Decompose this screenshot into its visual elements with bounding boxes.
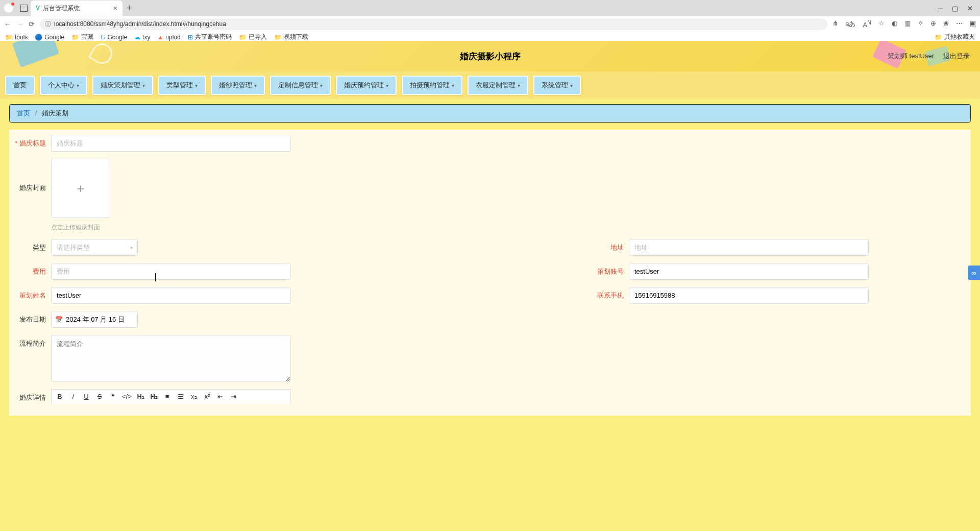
title-label: 婚庆标题 — [9, 135, 51, 148]
content: 首页 / 婚庆策划 婚庆标题 婚庆封面 + — [0, 99, 980, 421]
nav-photo[interactable]: 婚纱照管理▾ — [211, 76, 265, 95]
favorite-icon[interactable]: ☆ — [878, 19, 885, 29]
side-widget-icon[interactable]: ∞ — [968, 266, 980, 280]
editor-italic-button[interactable]: I — [69, 393, 77, 400]
nav-shoot-booking[interactable]: 拍摄预约管理▾ — [402, 76, 462, 95]
header-decoration — [12, 41, 59, 67]
fee-label: 费用 — [9, 263, 51, 276]
editor-sub-button[interactable]: x₂ — [190, 393, 198, 400]
nav-type[interactable]: 类型管理▾ — [158, 76, 206, 95]
flow-textarea[interactable] — [51, 335, 291, 382]
editor-sup-button[interactable]: x² — [203, 393, 211, 400]
editor-ol-button[interactable]: ≡ — [163, 393, 172, 400]
editor-bold-button[interactable]: B — [56, 393, 64, 400]
bookmark-google2[interactable]: GGoogle — [101, 34, 127, 41]
text-cursor — [155, 273, 156, 281]
plan-name-input[interactable] — [51, 287, 291, 304]
editor-code-button[interactable]: </> — [122, 393, 132, 400]
more-icon[interactable]: ⋯ — [956, 19, 963, 29]
breadcrumb-home[interactable]: 首页 — [17, 109, 30, 117]
sync-icon[interactable]: ❀ — [943, 19, 949, 29]
new-tab-button[interactable]: + — [122, 3, 136, 14]
tab-title: 后台管理系统 — [43, 4, 80, 13]
nav-wedding-booking[interactable]: 婚庆预约管理▾ — [336, 76, 397, 95]
editor-h2-button[interactable]: H₂ — [150, 393, 158, 400]
nav-personal[interactable]: 个人中心▾ — [40, 76, 87, 95]
upload-tip: 点击上传婚庆封面 — [51, 223, 110, 232]
plan-account-input[interactable] — [629, 263, 869, 280]
browser-chrome: V 后台管理系统 × + ─ ▢ ✕ ← → ⟳ ⓘ localhost:808… — [0, 0, 980, 41]
plan-account-label: 策划账号 — [587, 263, 629, 276]
bookmark-uplod[interactable]: ▲uplod — [157, 34, 180, 41]
bookmark-google[interactable]: 🔵Google — [35, 34, 64, 41]
browser-tab[interactable]: V 后台管理系统 × — [31, 1, 122, 16]
bookmark-imported[interactable]: 📁已导入 — [239, 33, 267, 41]
bookmark-video[interactable]: 📁视频下载 — [274, 33, 308, 41]
type-label: 类型 — [9, 239, 51, 252]
back-button[interactable]: ← — [4, 20, 11, 28]
chevron-down-icon: ▾ — [320, 83, 323, 88]
workspace-icon[interactable] — [20, 5, 28, 12]
logout-link[interactable]: 退出登录 — [943, 52, 970, 61]
editor-ul-button[interactable]: ☰ — [177, 393, 185, 400]
profile-icon[interactable] — [4, 4, 13, 13]
window-controls: ─ ▢ ✕ — [938, 5, 980, 12]
read-aloud-icon[interactable]: ⋔ — [832, 19, 838, 29]
editor-toolbar: B I U S ❝ </> H₁ H₂ ≡ ☰ x₂ x² ⇤ — [51, 389, 291, 403]
phone-input[interactable] — [629, 287, 869, 304]
publish-date-input[interactable] — [51, 311, 138, 328]
close-window-icon[interactable]: ✕ — [967, 5, 973, 12]
editor-h1-button[interactable]: H₁ — [137, 393, 145, 400]
user-label[interactable]: 策划师 testUser — [888, 52, 934, 61]
reload-button[interactable]: ⟳ — [29, 20, 35, 28]
type-select[interactable] — [51, 239, 138, 256]
info-icon: ⓘ — [45, 20, 51, 29]
extensions-icon[interactable]: ⊕ — [930, 19, 936, 29]
bookmark-txy[interactable]: ☁txy — [134, 34, 150, 41]
side-panel-icon[interactable]: ▣ — [970, 19, 976, 29]
translate-icon[interactable]: aあ — [845, 19, 855, 29]
editor-underline-button[interactable]: U — [82, 393, 90, 400]
detail-label: 婚庆详情 — [9, 389, 51, 402]
split-icon[interactable]: ◐ — [892, 19, 897, 29]
bookmark-baozang[interactable]: 📁宝藏 — [71, 33, 93, 41]
text-size-icon[interactable]: AN — [863, 19, 872, 29]
forward-button: → — [16, 20, 23, 28]
maximize-icon[interactable]: ▢ — [952, 5, 958, 12]
nav-clothes[interactable]: 衣服定制管理▾ — [468, 76, 528, 95]
bookmark-tools[interactable]: 📁tools — [5, 34, 28, 41]
other-bookmarks[interactable]: 📁其他收藏夹 — [935, 33, 975, 41]
chevron-down-icon: ▾ — [452, 83, 454, 88]
title-input[interactable] — [51, 135, 291, 152]
bookmark-share[interactable]: ⊞共享账号密码 — [188, 33, 232, 41]
fee-input[interactable] — [51, 263, 291, 280]
publish-date-label: 发布日期 — [9, 311, 51, 324]
editor-indent-button[interactable]: ⇥ — [230, 393, 238, 400]
chevron-down-icon: ▾ — [570, 83, 573, 88]
nav-bar: 首页 个人中心▾ 婚庆策划管理▾ 类型管理▾ 婚纱照管理▾ 定制信息管理▾ 婚庆… — [0, 71, 980, 99]
upload-cover[interactable]: + — [51, 159, 110, 218]
editor-quote-button[interactable]: ❝ — [109, 393, 117, 400]
plan-name-label: 策划姓名 — [9, 287, 51, 300]
breadcrumb-current: 婚庆策划 — [42, 109, 68, 117]
chevron-down-icon: ▾ — [77, 83, 79, 88]
chevron-down-icon: ▾ — [254, 83, 257, 88]
nav-system[interactable]: 系统管理▾ — [533, 76, 581, 95]
url-text: localhost:8080/ssm48yhg/admin/dist/index… — [54, 20, 226, 28]
minimize-icon[interactable]: ─ — [938, 5, 943, 12]
chevron-down-icon: ▾ — [195, 83, 198, 88]
app-viewport: 婚庆摄影小程序 策划师 testUser 退出登录 首页 个人中心▾ 婚庆策划管… — [0, 41, 980, 531]
nav-custom-info[interactable]: 定制信息管理▾ — [270, 76, 331, 95]
breadcrumb-separator: / — [35, 109, 37, 117]
nav-home[interactable]: 首页 — [5, 76, 35, 95]
close-tab-icon[interactable]: × — [113, 4, 117, 12]
app-title: 婚庆摄影小程序 — [460, 51, 521, 62]
address-input[interactable] — [629, 239, 869, 256]
collections-icon[interactable]: ✧ — [918, 19, 923, 29]
nav-wedding-plan[interactable]: 婚庆策划管理▾ — [92, 76, 153, 95]
editor-strike-button[interactable]: S — [95, 393, 104, 400]
app-header: 婚庆摄影小程序 策划师 testUser 退出登录 — [0, 41, 980, 71]
url-input[interactable]: ⓘ localhost:8080/ssm48yhg/admin/dist/ind… — [40, 18, 827, 30]
sidebar-icon[interactable]: ▥ — [904, 19, 911, 29]
editor-outdent-button[interactable]: ⇤ — [216, 393, 225, 400]
